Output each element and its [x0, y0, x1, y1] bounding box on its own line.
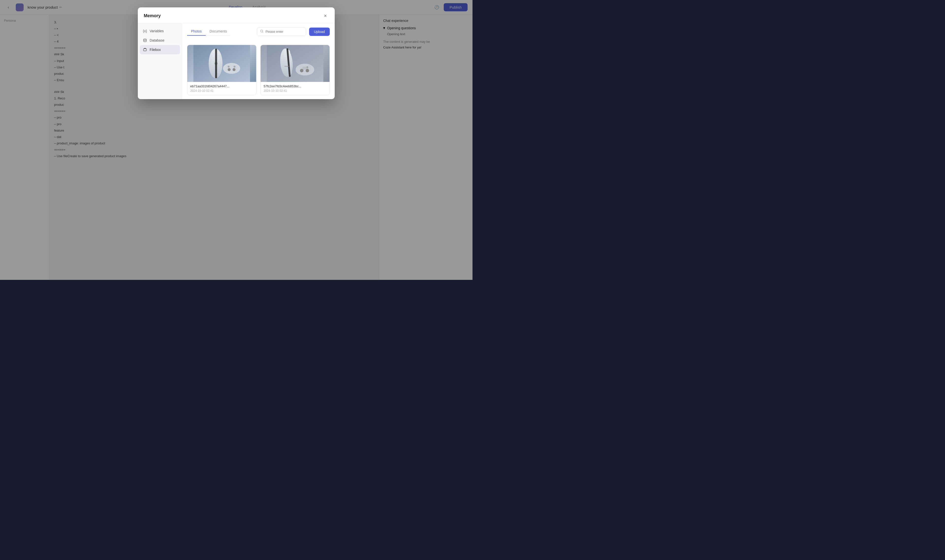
svg-rect-14: [267, 45, 323, 82]
svg-rect-1: [143, 49, 146, 51]
image-card-1[interactable]: eb71aa331fd04267a4447... 2024-10-10 02:4…: [187, 45, 256, 95]
tab-documents[interactable]: Documents: [206, 27, 231, 36]
svg-point-13: [234, 66, 236, 68]
image-date-1: 2024-10-10 02:41: [190, 89, 253, 92]
image-date-2: 2024-10-10 02:41: [264, 89, 327, 92]
image-name-2: 57fc2ee7fd3c4eeb853bc...: [264, 85, 327, 88]
svg-point-0: [143, 39, 146, 40]
svg-point-7: [214, 62, 217, 65]
upload-button[interactable]: Upload: [309, 28, 330, 36]
memory-modal: Memory × {x} Variables: [138, 8, 335, 99]
svg-point-22: [300, 69, 304, 72]
svg-point-24: [307, 66, 308, 68]
image-info-1: eb71aa331fd04267a4447... 2024-10-10 02:4…: [187, 82, 256, 95]
modal-title: Memory: [144, 13, 161, 18]
search-box: [257, 27, 306, 36]
image-grid: eb71aa331fd04267a4447... 2024-10-10 02:4…: [187, 45, 330, 95]
image-thumb-2: [261, 45, 330, 82]
nav-filebox[interactable]: Filebox: [140, 45, 180, 54]
filebox-label: Filebox: [150, 48, 161, 52]
photo-tabs: Photos Documents: [187, 27, 231, 36]
svg-rect-9: [225, 65, 238, 71]
database-label: Database: [150, 38, 164, 42]
svg-point-10: [228, 68, 231, 71]
svg-rect-18: [285, 66, 290, 67]
svg-point-23: [306, 69, 309, 72]
variables-icon: {x}: [143, 29, 147, 33]
variables-label: Variables: [150, 29, 163, 33]
nav-variables[interactable]: {x} Variables: [140, 26, 180, 36]
search-input[interactable]: [265, 30, 303, 34]
modal-overlay: Memory × {x} Variables: [0, 0, 473, 280]
image-info-2: 57fc2ee7fd3c4eeb853bc... 2024-10-10 02:4…: [261, 82, 330, 95]
nav-database[interactable]: Database: [140, 36, 180, 45]
image-thumb-1: [187, 45, 256, 82]
modal-main: Photos Documents: [182, 23, 335, 99]
modal-sidebar: {x} Variables Database: [138, 23, 182, 99]
tab-photos[interactable]: Photos: [187, 27, 206, 36]
database-icon: [143, 38, 147, 43]
svg-point-12: [228, 66, 230, 68]
svg-point-11: [233, 68, 236, 71]
search-icon: [260, 29, 264, 34]
toolbar-row: Upload: [257, 27, 330, 36]
filebox-icon: [143, 48, 147, 52]
image-card-2[interactable]: 57fc2ee7fd3c4eeb853bc... 2024-10-10 02:4…: [261, 45, 330, 95]
modal-header: Memory ×: [138, 8, 335, 23]
modal-body: {x} Variables Database: [138, 23, 335, 99]
svg-point-25: [305, 66, 307, 68]
image-name-1: eb71aa331fd04267a4447...: [190, 85, 253, 88]
modal-close-button[interactable]: ×: [322, 12, 329, 19]
